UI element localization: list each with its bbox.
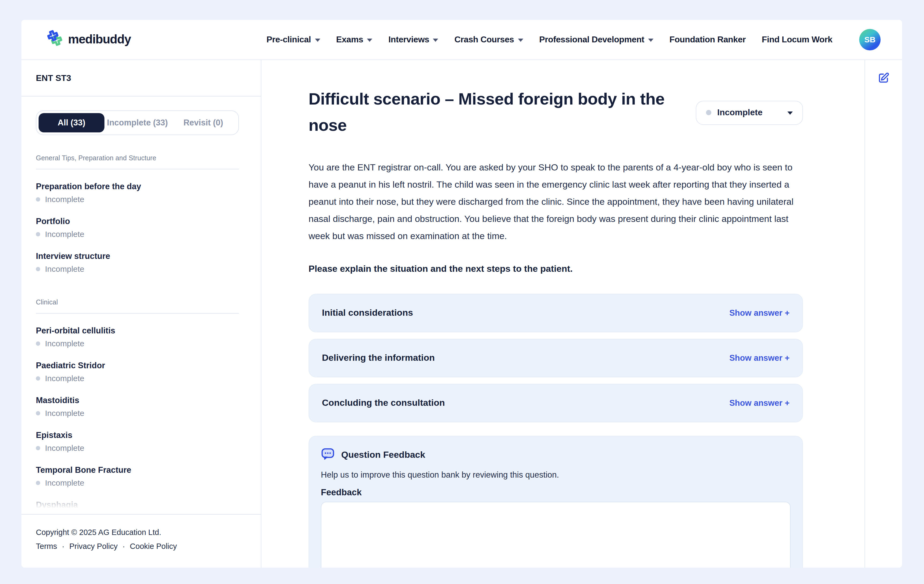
item-status: Incomplete [36,408,239,418]
item-title: Mastoiditis [36,395,239,405]
sidebar-item-mastoiditis[interactable]: Mastoiditis Incomplete [36,395,239,418]
answer-sections: Initial considerations Show answer + Del… [309,293,803,422]
footer-link-cookie-policy[interactable]: Cookie Policy [130,542,177,550]
nav-find-locum-work[interactable]: Find Locum Work [762,35,832,44]
status-dot [36,341,40,346]
right-rail [865,60,902,567]
item-status: Incomplete [36,264,239,274]
tab-incomplete[interactable]: Incomplete (33) [104,113,170,132]
section-divider [36,169,239,169]
question-feedback-card: Question Feedback Help us to improve thi… [309,435,803,567]
sidebar: ENT ST3 All (33) Incomplete (33) Revisit… [21,60,261,567]
status-dot [36,446,40,450]
nav-label: Find Locum Work [762,35,832,44]
brand-logo[interactable]: medibuddy [46,29,131,50]
item-status: Incomplete [36,229,239,239]
filter-tabs: All (33) Incomplete (33) Revisit (0) [36,110,239,135]
show-answer-button[interactable]: Show answer + [729,353,790,362]
app-body: ENT ST3 All (33) Incomplete (33) Revisit… [21,60,902,567]
copyright-text: Copyright © 2025 AG Education Ltd. [36,528,246,536]
status-text: Incomplete [45,513,84,514]
accordion-title: Delivering the information [322,352,435,363]
item-title: Temporal Bone Fracture [36,465,239,475]
feedback-header: Question Feedback [321,447,790,463]
status-text: Incomplete [45,229,84,239]
item-status: Incomplete [36,513,239,514]
chevron-down-icon [787,111,793,115]
section-divider [36,313,239,313]
sidebar-item-temporal-bone-fracture[interactable]: Temporal Bone Fracture Incomplete [36,465,239,488]
chevron-down-icon [315,38,320,41]
accordion-initial-considerations[interactable]: Initial considerations Show answer + [309,293,803,332]
item-title: Paediatric Stridor [36,360,239,370]
status-dot [36,197,40,201]
footer-link-terms[interactable]: Terms [36,542,57,550]
sidebar-divider [21,96,261,96]
nav-professional-development[interactable]: Professional Development [539,35,653,44]
sidebar-item-preparation-before-the-day[interactable]: Preparation before the day Incomplete [36,181,239,204]
section-label-clinical: Clinical [36,298,239,306]
nav-crash-courses[interactable]: Crash Courses [454,35,523,44]
speech-bubble-icon [321,447,335,463]
nav-label: Pre-clinical [266,35,311,44]
avatar-initials: SB [864,35,876,44]
sidebar-item-peri-orbital-cellulitis[interactable]: Peri-orbital cellulitis Incomplete [36,325,239,348]
chevron-down-icon [518,38,523,41]
main-nav: Pre-clinical Exams Interviews Crash Cour… [266,35,832,44]
item-status: Incomplete [36,194,239,204]
top-navbar: medibuddy Pre-clinical Exams Interviews … [21,20,902,60]
item-title: Portfolio [36,216,239,226]
feedback-field-label: Feedback [321,487,790,497]
chevron-down-icon [367,38,372,41]
sidebar-item-interview-structure[interactable]: Interview structure Incomplete [36,251,239,274]
footer-link-privacy-policy[interactable]: Privacy Policy [69,542,118,550]
legal-links: Terms · Privacy Policy · Cookie Policy [36,542,246,550]
status-dropdown[interactable]: Incomplete [696,101,803,125]
show-answer-button[interactable]: Show answer + [729,308,790,318]
user-avatar[interactable]: SB [859,29,881,50]
sidebar-item-portfolio[interactable]: Portfolio Incomplete [36,216,239,239]
medibuddy-logo-icon [46,29,64,50]
status-dot [706,110,711,115]
nav-label: Professional Development [539,35,644,44]
nav-label: Interviews [388,35,429,44]
status-dot [36,411,40,415]
nav-foundation-ranker[interactable]: Foundation Ranker [670,35,746,44]
section-label-general: General Tips, Preparation and Structure [36,154,239,162]
accordion-delivering-the-information[interactable]: Delivering the information Show answer + [309,339,803,377]
status-text: Incomplete [45,373,84,383]
status-dot [36,267,40,271]
accordion-concluding-the-consultation[interactable]: Concluding the consultation Show answer … [309,384,803,422]
separator-dot: · [122,542,125,550]
sidebar-question-list: General Tips, Preparation and Structure … [21,135,261,514]
nav-label: Crash Courses [454,35,514,44]
status-dot [36,481,40,485]
feedback-title: Question Feedback [341,450,425,460]
status-dropdown-label: Incomplete [717,108,762,117]
item-title: Interview structure [36,251,239,261]
status-text: Incomplete [45,408,84,418]
nav-interviews[interactable]: Interviews [388,35,439,44]
item-title: Peri-orbital cellulitis [36,325,239,335]
sidebar-item-epistaxis[interactable]: Epistaxis Incomplete [36,430,239,453]
tab-revisit[interactable]: Revisit (0) [170,113,236,132]
edit-pencil-square-icon[interactable] [878,71,890,84]
sidebar-item-paediatric-stridor[interactable]: Paediatric Stridor Incomplete [36,360,239,383]
nav-exams[interactable]: Exams [336,35,372,44]
app-card: medibuddy Pre-clinical Exams Interviews … [21,20,902,567]
status-text: Incomplete [45,443,84,453]
nav-label: Foundation Ranker [670,35,746,44]
question-title: Difficult scenario – Missed foreign body… [309,86,686,138]
item-status: Incomplete [36,443,239,453]
feedback-textarea[interactable] [321,501,790,567]
chevron-down-icon [648,38,653,41]
nav-pre-clinical[interactable]: Pre-clinical [266,35,320,44]
nav-label: Exams [336,35,363,44]
tab-all[interactable]: All (33) [39,113,104,132]
main-content: Difficult scenario – Missed foreign body… [261,60,865,567]
page: medibuddy Pre-clinical Exams Interviews … [0,0,924,584]
item-title: Preparation before the day [36,181,239,191]
sidebar-item-dysphagia[interactable]: Dysphagia Incomplete [36,499,239,514]
show-answer-button[interactable]: Show answer + [729,398,790,408]
status-text: Incomplete [45,478,84,488]
